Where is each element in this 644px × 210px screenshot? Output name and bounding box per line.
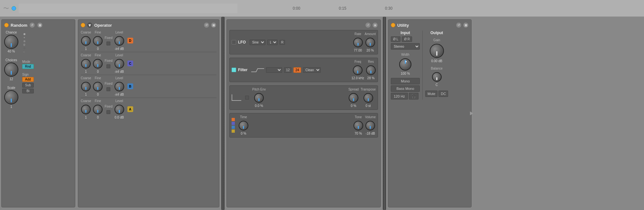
width-knob[interactable] [399,58,411,71]
mono-btn[interactable]: Mono [391,78,420,84]
right-channel-btn[interactable]: Ø R [402,36,412,42]
volume-knob[interactable] [365,121,375,130]
op-c-badge[interactable]: C [127,61,133,66]
operator-refresh-icon[interactable]: ↺ [204,22,209,28]
operator-panel: ▼ Operator ↺ ▣ Coarse 1 Fine 0 Fixed [78,19,219,207]
time-knob[interactable] [239,121,248,130]
op-c-level-knob[interactable] [115,59,124,69]
op-b-fixed-checkbox[interactable] [106,87,110,91]
op-c-coarse-knob[interactable] [81,59,91,69]
filter-res-value: 28 % [367,76,375,80]
gain-knob[interactable] [430,44,444,58]
middle-refresh-icon[interactable]: ↺ [365,22,371,28]
dc-btn[interactable]: DC [438,91,448,97]
stereo-select[interactable]: Stereo [391,43,420,50]
op-d-badge[interactable]: D [127,38,133,43]
record-button[interactable] [12,6,16,11]
pitch-env-knob[interactable] [254,93,264,103]
op-c-coarse: Coarse 1 [81,53,91,73]
op-a-fine-value: 0 [97,116,99,119]
lfo-enable-checkbox[interactable] [232,40,236,44]
op-a-fixed-checkbox[interactable] [106,110,110,114]
choices-knob[interactable] [4,62,18,77]
op-d-fixed-checkbox[interactable] [106,42,110,45]
op-c-fixed-checkbox[interactable] [106,64,110,68]
op-c-fine-knob[interactable] [93,59,103,69]
op-a-badge[interactable]: A [127,106,133,112]
random-refresh-icon[interactable]: ↺ [29,22,35,28]
bass-mono-btn[interactable]: Bass Mono [391,85,420,92]
sub-btn[interactable]: Sub [22,83,34,88]
mode-rnd-btn[interactable]: Rnd [22,64,34,69]
lfo-r-btn[interactable]: R [280,40,285,45]
utility-save-icon[interactable]: ▣ [463,22,469,28]
operator-led[interactable] [81,23,85,27]
filter-type-select[interactable]: Clean [303,67,321,73]
op-a-coarse-value: 1 [85,116,87,119]
operator-save-icon[interactable]: ▣ [211,22,216,28]
lfo-waveform-select[interactable]: Sine [250,40,265,45]
lfo-channel-select[interactable]: L [267,40,278,45]
chance-knob[interactable] [4,35,18,49]
transpose-knob[interactable] [363,93,373,103]
filter-12-btn[interactable]: 12 [284,67,291,73]
op-d-coarse: Coarse 1 [81,31,91,51]
pitch-env-checkbox[interactable] [245,96,249,100]
op-d-level: Level -inf dB [115,31,124,51]
sign-section: Sign Add Sub Bi [22,73,34,93]
width-label: Width [401,53,409,56]
op-row-b: Coarse 1 Fine 0 Fixed Level -inf dB B [81,76,216,98]
op-a-coarse-knob[interactable] [81,105,91,114]
op-b-coarse-knob[interactable] [81,82,91,91]
headphone-btn[interactable]: 🎧 [409,93,419,100]
sign-add-btn[interactable]: Add [22,77,34,82]
filter-label: Filter [238,68,247,72]
filter-enable-checkbox[interactable] [232,68,236,72]
scale-knob-container: Scale 1 [4,86,18,109]
mute-btn[interactable]: Mute [425,91,437,97]
op-b-coarse: Coarse 1 [81,76,91,96]
filter-res-knob[interactable] [366,65,376,75]
balance-value: C [436,83,438,87]
op-a-fine-knob[interactable] [93,105,103,114]
scale-knob[interactable] [4,90,18,104]
choices-value: 12 [9,77,13,81]
op-c-level-value: -inf dB [115,70,124,73]
spread-knob[interactable] [349,93,358,103]
left-channel-btn[interactable]: Ø L [391,36,400,42]
op-a-level-knob[interactable] [115,105,124,114]
tone-knob[interactable] [354,121,363,130]
op-d-coarse-knob[interactable] [81,36,91,46]
filter-res-label: Res [368,60,374,63]
op-b-level-knob[interactable] [115,82,124,91]
random-knobs-col: Chance 40 % Choices 12 Scale 1 [4,31,18,109]
random-save-icon[interactable]: ▣ [37,22,43,28]
op-b-badge[interactable]: B [127,83,133,89]
op-d-level-label: Level [115,31,123,34]
op-a-level-label: Level [115,99,123,103]
op-d-level-knob[interactable] [115,36,124,46]
balance-knob[interactable] [432,72,442,82]
op-d-fine-knob[interactable] [93,36,103,46]
lfo-rate-col: Rate 77.00 [353,32,363,52]
balance-label: Balance [431,67,443,70]
volume-value: -18 dB [366,132,375,135]
middle-save-icon[interactable]: ▣ [372,22,378,28]
utility-refresh-icon[interactable]: ↺ [456,22,462,28]
op-d-fixed-label: Fixed [105,36,112,40]
lfo-amount-knob[interactable] [365,38,375,47]
filter-dropdown[interactable] [266,67,282,73]
utility-led[interactable] [391,23,395,27]
op-c-fine-label: Fine [95,53,101,57]
random-led[interactable] [4,23,9,27]
operator-dropdown-icon[interactable]: ▼ [87,23,92,28]
lfo-rate-knob[interactable] [353,38,363,47]
op-c-fixed-label: Fixed [105,59,112,62]
op-b-fine-knob[interactable] [93,82,103,91]
time-label: Time [240,115,247,119]
bi-btn[interactable]: Bi [22,89,34,93]
filter-freq-knob[interactable] [353,65,363,75]
hz-btn[interactable]: 120 Hz [391,93,408,100]
filter-24-btn[interactable]: 24 [293,67,301,73]
random-dots-mode: + 0 - [22,31,27,56]
